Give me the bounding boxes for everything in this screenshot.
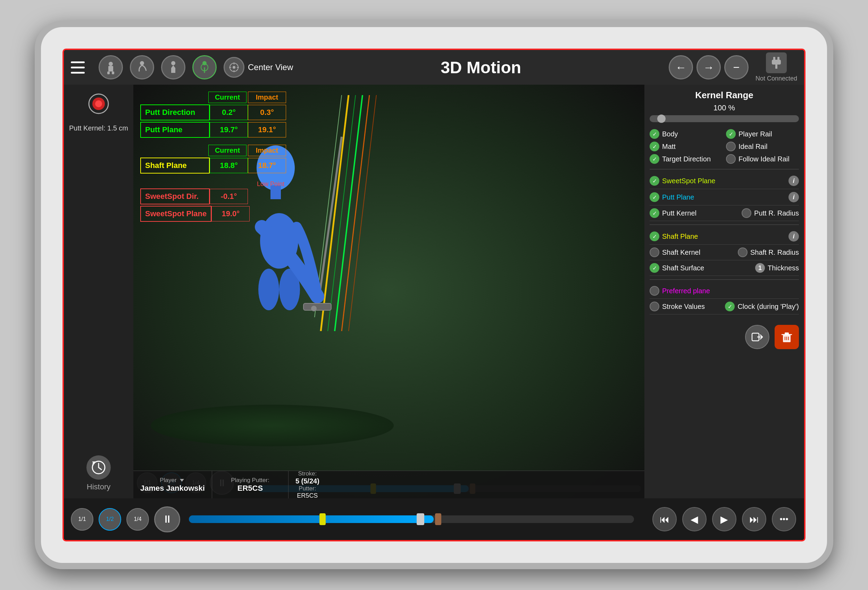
ideal-rail-checkbox [726, 142, 736, 151]
ideal-rail-label: Ideal Rail [738, 143, 767, 150]
nav-back-button[interactable]: ← [669, 55, 693, 80]
svg-rect-43 [785, 332, 789, 335]
sweetspot-checkbox[interactable]: ✓ [650, 176, 659, 186]
checkbox-ideal-rail[interactable]: Ideal Rail [726, 142, 799, 151]
tablet-device: Center View 3D Motion ← → − Not Connect [35, 21, 833, 569]
center-view-label: Center View [248, 62, 293, 72]
checkbox-body[interactable]: ✓ Body [650, 129, 722, 139]
putt-kernel-checkbox[interactable]: ✓ [650, 208, 659, 218]
menu-button[interactable] [71, 57, 92, 78]
follow-ideal-rail-checkbox [726, 154, 736, 164]
putt-direction-impact: 0.3° [248, 105, 286, 120]
visibility-checkboxes: ✓ Body ✓ Player Rail ✓ Matt Ideal Rail [650, 129, 799, 164]
putt-plane-panel-checkbox[interactable]: ✓ [650, 192, 659, 202]
stats-panel: Current Impact Putt Direction 0.2° 0.3° … [140, 91, 286, 223]
play-transport-button[interactable]: ▶ [712, 507, 737, 531]
exit-button[interactable] [745, 325, 769, 349]
skip-back-button[interactable]: ⏮ [652, 507, 677, 531]
svg-rect-2 [107, 71, 110, 74]
divider-2 [650, 224, 799, 225]
more-button[interactable]: ••• [772, 507, 796, 531]
svg-line-23 [335, 95, 363, 331]
3d-viewport[interactable]: Current Impact Putt Direction 0.2° 0.3° … [133, 85, 644, 499]
stroke-section: Stroke: 5 (5/24) Putter: ER5CS [288, 471, 326, 499]
checkbox-matt[interactable]: ✓ Matt [650, 142, 722, 151]
putt-direction-label: Putt Direction [140, 105, 210, 121]
shaft-plane-impact: 18.7° [248, 158, 286, 173]
player-name: James Jankowski [140, 484, 205, 493]
svg-rect-3 [112, 71, 114, 74]
center-view-button[interactable]: Center View [224, 57, 293, 78]
follow-ideal-rail-label: Follow Ideal Rail [738, 155, 790, 163]
kernel-percent: 100 % [650, 103, 799, 112]
shaft-surface-checkbox[interactable]: ✓ [650, 263, 659, 273]
svg-point-30 [258, 268, 279, 310]
checkbox-player-rail[interactable]: ✓ Player Rail [726, 129, 799, 139]
kernel-slider-thumb [657, 115, 666, 123]
record-button[interactable] [86, 91, 111, 117]
shaft-plane-info-button[interactable]: i [788, 231, 799, 242]
bottom-pause-button[interactable]: ⏸ [154, 506, 180, 532]
kernel-range-title: Kernel Range [650, 90, 799, 101]
svg-point-36 [311, 306, 317, 311]
shaft-kernel-checkbox[interactable] [650, 248, 659, 257]
view-3d-button[interactable] [161, 55, 185, 80]
connection-status[interactable]: Not Connected [756, 52, 797, 82]
putt-kernel-info: Putt Kernel: 1.5 cm [66, 124, 131, 132]
shaft-r-radius-label: Shaft R. Radius [750, 248, 799, 257]
timeline-white-marker [417, 513, 424, 525]
stroke-value: 5 (5/24) [295, 477, 319, 485]
bottom-timeline[interactable] [189, 515, 634, 523]
player-info-strip: Player James Jankowski Playing Putter: E… [133, 471, 644, 499]
putt-plane-info-button[interactable]: i [788, 192, 799, 202]
panel-row-stroke-values: Stroke Values ✓ Clock (during 'Play') [650, 299, 799, 314]
delete-button[interactable] [775, 325, 799, 349]
view-title: 3D Motion [300, 58, 662, 77]
svg-marker-44 [180, 479, 184, 482]
shaft-current-header: Current [208, 145, 247, 156]
view-front-button[interactable] [99, 55, 123, 80]
player-label: Player [160, 477, 176, 484]
timeline-yellow-marker [319, 513, 326, 525]
svg-point-21 [95, 100, 102, 107]
svg-line-27 [348, 95, 376, 331]
thickness-badge: 1 [755, 263, 765, 273]
putt-plane-panel-label: Putt Plane [662, 193, 694, 201]
putt-radius-checkbox[interactable] [742, 208, 751, 218]
preferred-plane-checkbox[interactable] [650, 286, 659, 296]
player-dropdown[interactable]: Player [160, 477, 185, 484]
shaft-radius-checkbox[interactable] [738, 248, 747, 257]
checkbox-target-direction[interactable]: ✓ Target Direction [650, 154, 722, 164]
bottom-speed-1-2[interactable]: 1/2 [99, 508, 121, 531]
sweetspot-plane-panel-label: SweetSpot Plane [662, 177, 715, 185]
playing-putter-label: Playing Putter: [231, 477, 269, 484]
view-swing-button[interactable] [130, 55, 154, 80]
right-panel: Kernel Range 100 % ✓ Body ✓ Player Rail [644, 85, 804, 499]
main-content: Putt Kernel: 1.5 cm History [64, 85, 804, 499]
step-back-button[interactable]: ◀ [682, 507, 707, 531]
player-rail-label: Player Rail [738, 130, 772, 138]
bottom-speed-1-4[interactable]: 1/4 [126, 508, 149, 531]
body-checkbox: ✓ [650, 129, 659, 139]
nav-minus-button[interactable]: − [724, 55, 748, 80]
history-button[interactable]: History [86, 455, 111, 491]
nav-forward-button[interactable]: → [697, 55, 721, 80]
clock-checkbox[interactable]: ✓ [725, 302, 735, 311]
putt-plane-impact: 19.1° [248, 122, 286, 137]
stroke-values-checkbox[interactable] [650, 302, 659, 311]
shaft-plane-panel-checkbox[interactable]: ✓ [650, 232, 659, 241]
sweetspot-plane-row: SweetSpot Plane 19.0° [140, 206, 286, 222]
nav-buttons: ← → − [669, 55, 748, 80]
kernel-slider[interactable] [650, 115, 799, 122]
checkbox-follow-ideal-rail[interactable]: Follow Ideal Rail [726, 154, 799, 164]
panel-row-putt-kernel: ✓ Putt Kernel Putt R. Radius [650, 205, 799, 221]
putt-plane-current: 19.7° [210, 122, 248, 137]
svg-rect-18 [775, 65, 777, 69]
sweetspot-dir-value: -0.1° [210, 189, 248, 204]
bottom-speed-1-1[interactable]: 1/1 [71, 508, 93, 531]
panel-row-shaft-plane: ✓ Shaft Plane i [650, 229, 799, 245]
sweetspot-info-button[interactable]: i [788, 176, 799, 186]
skip-forward-button[interactable]: ⏭ [742, 507, 766, 531]
view-putter-button[interactable] [192, 55, 217, 80]
svg-rect-17 [772, 60, 781, 65]
